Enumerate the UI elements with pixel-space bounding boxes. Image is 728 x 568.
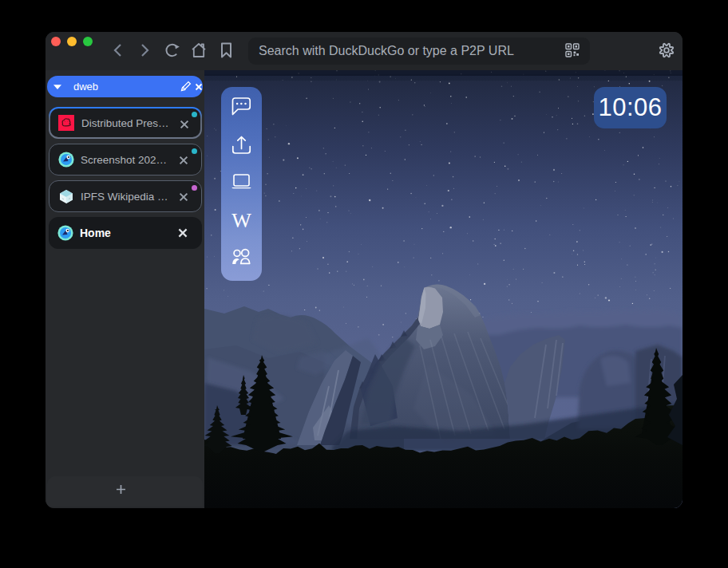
svg-text:W: W: [231, 209, 251, 232]
